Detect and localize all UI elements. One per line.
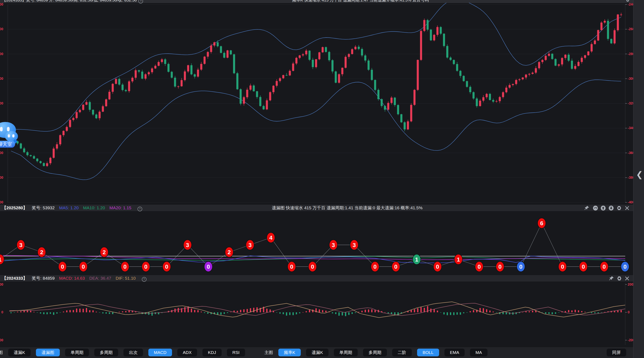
omission-point: 0	[288, 262, 296, 272]
macd-chart[interactable]	[0, 281, 633, 347]
omission-point: 2	[100, 247, 108, 257]
mainchart-tab-4[interactable]: 多周期	[363, 348, 387, 356]
same-screen-button[interactable]: 同屏	[607, 348, 626, 356]
omission-point: 0	[434, 262, 442, 272]
chat-bubble-small-icon[interactable]	[5, 131, 18, 142]
omission-point: 0	[204, 262, 212, 272]
help-icon[interactable]: ?	[142, 277, 146, 282]
omission-chart[interactable]: 1320020003023400330010100060000	[0, 211, 633, 274]
settings-gear-icon[interactable]	[626, 0, 630, 3]
gear-icon[interactable]	[616, 206, 622, 211]
svg-text:2: 2	[228, 249, 231, 256]
subchart-tab-5[interactable]: 出次	[124, 348, 143, 356]
macd-y-axis-label-clipped: -200	[0, 338, 3, 342]
omission-panel-header: 【2025280】 奖号: 53932 MA5: 1.20 MA10: 1.20…	[0, 204, 633, 211]
svg-text:0: 0	[124, 264, 127, 270]
svg-text:3: 3	[19, 242, 22, 248]
main-y-axis-label-clipped: -3000	[0, 77, 3, 81]
macd-value: MACD: 14.63	[59, 276, 85, 280]
mainchart-tab-1[interactable]: 频率K	[278, 348, 301, 356]
omission-point: 2	[38, 247, 46, 257]
app-root: 【2024333】奖号: 84859 开: 84859.50/高: 852.50…	[0, 0, 644, 358]
omission-point: 0	[579, 262, 588, 272]
mainchart-tab-6[interactable]: BOLL	[417, 348, 439, 356]
pin-icon[interactable]	[609, 276, 614, 281]
omission-point: 3	[350, 240, 358, 250]
chat-bubble-eye	[12, 134, 14, 138]
svg-text:0: 0	[519, 264, 522, 270]
omission-point: 0	[475, 262, 483, 272]
award-number: 奖号: 84859	[32, 276, 55, 280]
svg-text:0: 0	[394, 264, 398, 270]
subchart-group-label: 副图	[0, 350, 3, 355]
svg-text:0: 0	[498, 264, 502, 270]
subchart-tab-3[interactable]: 单周期	[65, 348, 89, 356]
mainchart-tab-8[interactable]: MA	[470, 348, 488, 356]
omission-point: 0	[600, 262, 608, 272]
close-icon[interactable]	[624, 206, 630, 211]
chat-bubble-eye	[7, 127, 10, 131]
subchart-tab-4[interactable]: 多周期	[94, 348, 118, 356]
subchart-tab-9[interactable]: RSI	[227, 348, 245, 356]
main-candlestick-chart[interactable]	[0, 0, 633, 204]
omission-point: 0	[392, 262, 400, 272]
collapse-down-icon[interactable]	[608, 206, 614, 211]
main-y-axis-label-clipped: -3200	[0, 102, 3, 106]
omission-header-left: 【2025280】 奖号: 53932 MA5: 1.20 MA10: 1.20…	[2, 204, 146, 211]
mainchart-tab-7[interactable]: EMA	[444, 348, 465, 356]
pin-icon[interactable]	[584, 206, 589, 211]
svg-text:0: 0	[436, 264, 439, 270]
main-y-axis-label-clipped: -2600	[0, 27, 3, 31]
chat-bubble-eye	[8, 134, 10, 138]
help-icon[interactable]: ?	[138, 0, 143, 4]
help-icon[interactable]: ?	[138, 207, 142, 211]
subchart-tab-7[interactable]: ADX	[177, 348, 197, 356]
omission-point: 3	[17, 240, 25, 250]
svg-text:2: 2	[40, 249, 43, 256]
issue-label: 【2024333】	[2, 276, 27, 280]
gear-icon[interactable]	[617, 276, 622, 281]
subchart-tab-1[interactable]: 遗漏K	[8, 348, 30, 356]
dif-value: DIF: 51.10	[116, 276, 136, 280]
omission-point: 3	[329, 240, 338, 250]
chat-widget[interactable]: 聊天室	[0, 122, 19, 149]
subchart-tab-8[interactable]: KDJ	[202, 348, 222, 356]
omission-point: 0	[496, 262, 504, 272]
svg-text:6: 6	[540, 220, 544, 226]
omission-summary: 遗漏图 快速缩水 415 万千百 遗漏周期:1.41 当前遗漏:0 最大遗漏:1…	[272, 204, 422, 211]
svg-text:0: 0	[624, 264, 627, 270]
bottom-toolbar: 副图 遗漏K遗漏图单周期多周期出次MACDADXKDJRSI 主图 频率K遗漏K…	[0, 347, 633, 358]
svg-text:1: 1	[415, 256, 418, 263]
close-icon[interactable]	[624, 276, 630, 281]
subchart-tab-2[interactable]: 遗漏图	[36, 348, 60, 356]
mainchart-tab-2[interactable]: 遗漏K	[306, 348, 328, 356]
omission-point: 0	[163, 262, 171, 272]
omission-point: 1	[0, 254, 4, 264]
chat-bubble-eye	[0, 127, 3, 131]
macd-y-axis-label-clipped: 0	[0, 310, 3, 314]
omission-point: 0	[121, 262, 129, 272]
expand-up-icon[interactable]	[600, 206, 606, 211]
chatroom-label[interactable]: 聊天室	[0, 141, 15, 148]
omission-point: 0	[558, 262, 567, 272]
subchart-tab-group: 副图 遗漏K遗漏图单周期多周期出次MACDADXKDJRSI	[0, 348, 245, 356]
collapse-chevron-icon[interactable]: ❮	[636, 170, 643, 179]
ma20-value: MA20: 1.15	[109, 206, 131, 210]
svg-text:0: 0	[561, 264, 564, 270]
svg-text:0: 0	[144, 264, 148, 270]
omission-point: 0	[621, 262, 629, 272]
undo-icon[interactable]	[593, 206, 598, 211]
omission-point: 1	[454, 254, 462, 264]
mainchart-tab-5[interactable]: 二阶	[392, 348, 412, 356]
dea-value: DEA: 36.47	[89, 276, 111, 280]
mainchart-tab-3[interactable]: 单周期	[334, 348, 358, 356]
svg-text:0: 0	[165, 264, 168, 270]
omission-point: 0	[517, 262, 525, 272]
main-y-axis-label-clipped: -2800	[0, 52, 3, 56]
omission-point: 6	[538, 218, 546, 228]
omission-point: 3	[184, 240, 192, 250]
mainchart-group-label: 主图	[264, 350, 273, 355]
subchart-tab-6[interactable]: MACD	[148, 348, 172, 356]
svg-text:1: 1	[457, 256, 460, 263]
svg-text:0: 0	[374, 264, 377, 270]
